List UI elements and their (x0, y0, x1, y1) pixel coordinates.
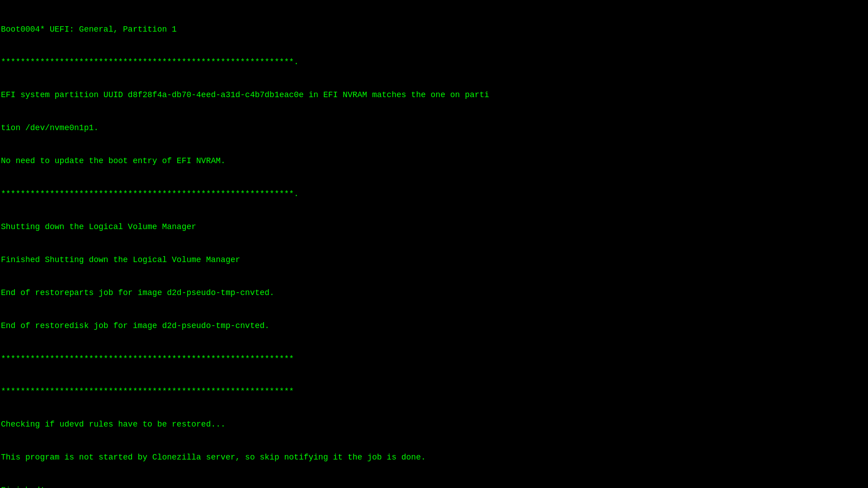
terminal-line-11: ****************************************… (1, 353, 867, 364)
terminal-line-14: This program is not started by Clonezill… (1, 452, 867, 463)
terminal-line-4: tion /dev/nvme0n1p1. (1, 122, 867, 133)
terminal-line-12: ****************************************… (1, 386, 867, 397)
terminal-line-3: EFI system partition UUID d8f28f4a-db70-… (1, 89, 867, 100)
terminal-line-1: Boot0004* UEFI: General, Partition 1 (1, 24, 867, 35)
terminal-line-13: Checking if udevd rules have to be resto… (1, 419, 867, 430)
terminal-line-7: Shutting down the Logical Volume Manager (1, 221, 867, 232)
terminal-line-8: Finished Shutting down the Logical Volum… (1, 254, 867, 265)
terminal-line-10: End of restoredisk job for image d2d-pse… (1, 320, 867, 331)
terminal-line-6: ****************************************… (1, 188, 867, 199)
terminal-line-5: No need to update the boot entry of EFI … (1, 155, 867, 166)
terminal-line-15: Finished! (1, 485, 867, 488)
terminal-line-9: End of restoreparts job for image d2d-ps… (1, 287, 867, 298)
terminal-output: Boot0004* UEFI: General, Partition 1 ***… (1, 2, 867, 486)
terminal-line-2: ****************************************… (1, 56, 867, 67)
